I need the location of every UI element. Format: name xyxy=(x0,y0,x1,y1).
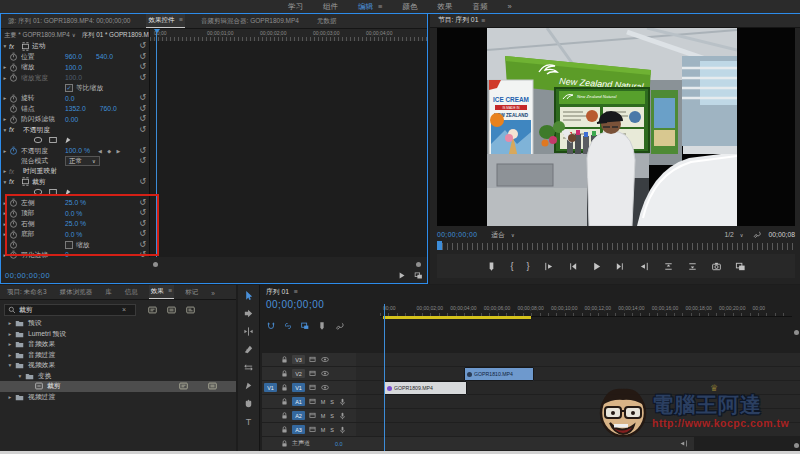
twirl-icon[interactable]: ▾ xyxy=(1,43,9,49)
sync-lock-icon[interactable] xyxy=(308,397,317,406)
step-back-button[interactable] xyxy=(567,261,578,272)
checkbox[interactable]: ✓ xyxy=(65,84,73,92)
twirl-icon[interactable]: ▾ xyxy=(1,127,9,133)
twirl-icon[interactable]: ▸ xyxy=(1,95,9,101)
export-frame-button[interactable] xyxy=(711,261,722,272)
filter-32bit-icon[interactable] xyxy=(166,305,177,315)
selection-tool[interactable] xyxy=(242,290,255,301)
hand-tool[interactable] xyxy=(242,398,255,409)
reset-parameter-icon[interactable]: ↺ xyxy=(139,157,146,165)
clip-GOPR1809.MP4[interactable]: GOPR1809.MP4 xyxy=(384,381,467,395)
reset-parameter-icon[interactable]: ↺ xyxy=(139,115,146,123)
lock-icon[interactable] xyxy=(280,439,289,448)
mute-button[interactable]: M xyxy=(320,427,326,433)
sync-lock-icon[interactable] xyxy=(308,383,317,392)
settings-wrench-icon[interactable] xyxy=(752,230,761,239)
ec-tab-1[interactable]: 效果控件 ≡ xyxy=(146,14,185,28)
tree-item-预设[interactable]: ▸预设 xyxy=(0,318,236,329)
mark-out-button[interactable]: } xyxy=(527,262,530,271)
lock-icon[interactable] xyxy=(280,411,289,420)
search-box[interactable]: × xyxy=(4,304,136,316)
filter-yuv-icon[interactable] xyxy=(185,305,196,315)
twirl-icon[interactable]: ▸ xyxy=(1,148,9,154)
effects-tab-2[interactable]: 库 xyxy=(103,286,114,299)
program-tab[interactable]: 节目: 序列 01 ≡ xyxy=(430,13,800,28)
twirl-icon[interactable]: ▸ xyxy=(1,116,9,122)
stopwatch-icon[interactable] xyxy=(9,115,18,124)
play-icon[interactable] xyxy=(397,271,406,280)
reset-parameter-icon[interactable]: ↺ xyxy=(139,42,146,50)
workspace-item-0[interactable]: 学习 xyxy=(288,2,303,12)
type-tool[interactable]: T xyxy=(242,416,255,427)
toggle-track-output-icon[interactable] xyxy=(320,383,330,392)
clear-search-icon[interactable]: × xyxy=(122,306,126,313)
reset-parameter-icon[interactable]: ↺ xyxy=(139,105,146,113)
twirl-icon[interactable]: ▸ xyxy=(6,394,14,400)
effects-tab-3[interactable]: 信息 xyxy=(123,286,140,299)
param-value[interactable]: 960.0 xyxy=(65,53,82,60)
extract-button[interactable] xyxy=(687,261,698,272)
track-target-A2[interactable]: A2 xyxy=(292,411,305,420)
tree-item-音频效果[interactable]: ▸音频效果 xyxy=(0,339,236,350)
param-value[interactable]: 0.00 xyxy=(65,116,78,123)
ripple-edit-tool[interactable] xyxy=(242,326,255,337)
blend-mode-dropdown[interactable]: 正常∨ xyxy=(65,156,100,166)
panel-menu-icon[interactable]: ≡ xyxy=(169,287,173,294)
stopwatch-icon[interactable] xyxy=(9,146,18,155)
lock-icon[interactable] xyxy=(280,425,289,434)
fx-badge-icon[interactable]: fx xyxy=(9,168,21,175)
rectangle-icon[interactable] xyxy=(48,135,58,145)
comparison-view-button[interactable] xyxy=(735,261,746,272)
master-volume-value[interactable]: 0.0 xyxy=(335,441,343,447)
workspace-item-6[interactable]: » xyxy=(507,2,511,11)
reset-parameter-icon[interactable]: ↺ xyxy=(139,147,146,155)
solo-button[interactable]: S xyxy=(329,427,335,433)
wrench-button[interactable] xyxy=(334,316,344,334)
reset-parameter-icon[interactable]: ↺ xyxy=(139,53,146,61)
param-value[interactable]: 100.0 % xyxy=(65,147,90,154)
timeline-timecode[interactable]: 00;00;00;00 xyxy=(266,299,324,310)
stopwatch-icon[interactable] xyxy=(9,104,18,113)
sync-lock-icon[interactable] xyxy=(308,425,317,434)
track-target-A3[interactable]: A3 xyxy=(292,425,305,434)
reset-parameter-icon[interactable]: ↺ xyxy=(139,94,146,102)
track-target-V3[interactable]: V3 xyxy=(292,355,305,364)
track-select-forward-tool[interactable] xyxy=(242,308,255,319)
sync-lock-icon[interactable] xyxy=(308,369,317,378)
mic-icon[interactable] xyxy=(338,425,347,435)
tree-item-裁剪[interactable]: 裁剪 xyxy=(0,381,236,392)
watermark-url[interactable]: http://www.kocpc.com.tw xyxy=(652,417,789,429)
mic-icon[interactable] xyxy=(338,397,347,407)
lock-icon[interactable] xyxy=(280,355,289,364)
twirl-icon[interactable]: ▸ xyxy=(1,64,9,70)
effect-keyframe-area[interactable] xyxy=(149,41,427,257)
effect-controls-timecode[interactable]: 00;00;00;00 xyxy=(5,271,50,280)
master-clip-label[interactable]: 主要 * GOPR1809.MP4 xyxy=(4,31,70,40)
workspace-item-2[interactable]: 编辑 ≡ xyxy=(358,2,382,12)
effects-tab-4[interactable]: 效果 ≡ xyxy=(149,285,175,299)
zoom-fit-dropdown[interactable]: 适合 ∨ xyxy=(491,230,514,240)
effect-name[interactable]: 裁剪 xyxy=(32,177,46,187)
clip-selector[interactable]: 主要 * GOPR1809.MP4 ∨ 序列 01 * GOPR1809.MP4… xyxy=(1,29,152,41)
mark-in-button[interactable]: { xyxy=(510,262,513,271)
scrollbar-handle[interactable] xyxy=(153,262,158,267)
param-value[interactable]: 100.0 xyxy=(65,74,82,81)
workspace-item-4[interactable]: 效果 xyxy=(437,2,452,12)
lift-button[interactable] xyxy=(663,261,674,272)
fx-badge-icon[interactable]: fx xyxy=(9,178,21,185)
source-patch[interactable]: V1 xyxy=(264,383,277,392)
track-target-V1[interactable]: V1 xyxy=(292,383,305,392)
play-button[interactable] xyxy=(591,261,602,272)
effect-name[interactable]: 运动 xyxy=(32,41,46,51)
twirl-icon[interactable]: ▸ xyxy=(1,75,9,81)
stopwatch-icon[interactable] xyxy=(9,73,18,82)
source-patch[interactable] xyxy=(264,355,277,364)
panel-menu-icon[interactable]: ≡ xyxy=(179,16,183,23)
twirl-icon[interactable]: ▸ xyxy=(6,331,14,337)
reset-parameter-icon[interactable]: ↺ xyxy=(139,178,146,186)
stopwatch-icon[interactable] xyxy=(9,52,18,61)
stopwatch-icon[interactable] xyxy=(9,94,18,103)
scrollbar-handle[interactable] xyxy=(416,262,421,267)
nest-button[interactable] xyxy=(300,316,310,334)
panel-menu-icon[interactable]: ≡ xyxy=(294,288,298,295)
